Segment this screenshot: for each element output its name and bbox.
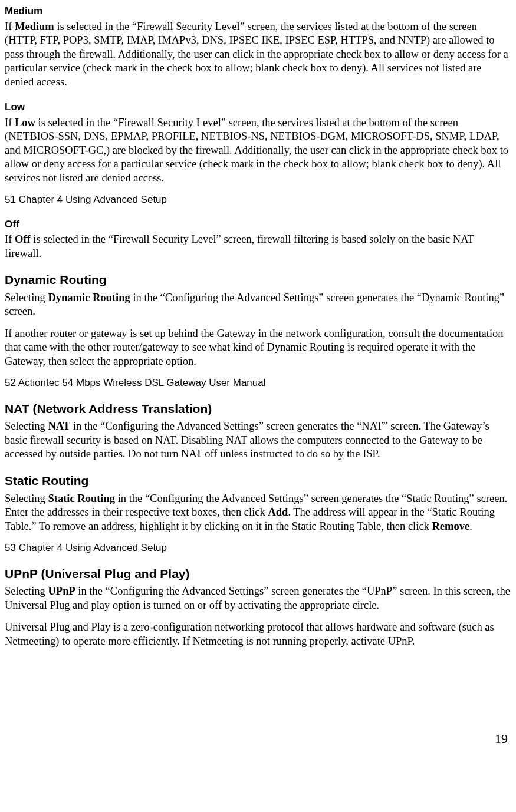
paragraph-static: Selecting Static Routing in the “Configu…: [5, 492, 510, 533]
paragraph-dynamic-2: If another router or gateway is set up b…: [5, 327, 510, 368]
paragraph-medium: If Medium is selected in the “Firewall S…: [5, 20, 510, 89]
heading-nat: NAT (Network Address Translation): [5, 401, 510, 417]
heading-dynamic-routing: Dynamic Routing: [5, 272, 510, 288]
heading-static-routing: Static Routing: [5, 473, 510, 489]
heading-medium: Medium: [5, 5, 510, 18]
paragraph-upnp-2: Universal Plug and Play is a zero-config…: [5, 620, 510, 648]
paragraph-nat: Selecting NAT in the “Configuring the Ad…: [5, 420, 510, 461]
paragraph-upnp-1: Selecting UPnP in the “Configuring the A…: [5, 585, 510, 612]
page-marker-52: 52 Actiontec 54 Mbps Wireless DSL Gatewa…: [5, 377, 510, 390]
heading-low: Low: [5, 101, 510, 114]
paragraph-off: If Off is selected in the “Firewall Secu…: [5, 233, 510, 260]
page-marker-53: 53 Chapter 4 Using Advanced Setup: [5, 542, 510, 554]
page-marker-51: 51 Chapter 4 Using Advanced Setup: [5, 193, 510, 206]
page-number: 19: [5, 731, 510, 747]
heading-off: Off: [5, 218, 510, 231]
paragraph-dynamic-1: Selecting Dynamic Routing in the “Config…: [5, 291, 510, 319]
paragraph-low: If Low is selected in the “Firewall Secu…: [5, 116, 510, 185]
heading-upnp: UPnP (Universal Plug and Play): [5, 566, 510, 582]
